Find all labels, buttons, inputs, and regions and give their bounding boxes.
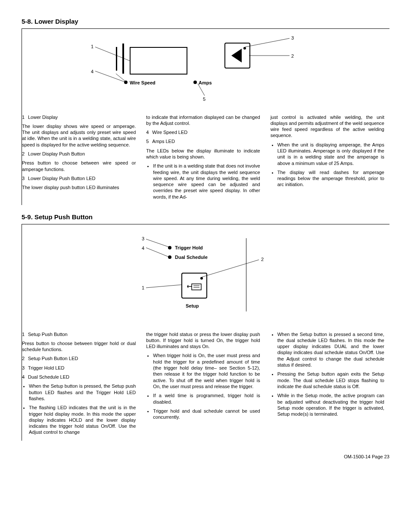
n: 2	[22, 151, 28, 157]
figure-5-8-lines	[22, 34, 345, 112]
svg-point-7	[124, 81, 128, 84]
bullet: The display will read dashes for amperag…	[277, 169, 384, 188]
bullet: If a weld time is programmed, trigger ho…	[153, 392, 260, 405]
callout-4: 4	[142, 245, 144, 251]
callout-4: 4	[91, 68, 93, 75]
setup-label: Setup	[186, 303, 199, 309]
t: Lower Display Push Button LED	[28, 176, 96, 181]
callout-3: 3	[291, 35, 294, 41]
svg-line-18	[146, 285, 181, 288]
callout-1: 1	[91, 44, 93, 50]
section-heading-5-9: 5-9. Setup Push Button	[22, 213, 389, 221]
amps-label: Amps	[199, 80, 212, 86]
bullet: When the unit is displaying amperage, th…	[277, 142, 384, 166]
callout-1: 1	[142, 285, 144, 291]
svg-line-19	[202, 260, 259, 277]
col3: just control is activated while welding,…	[271, 114, 384, 200]
text-columns-5-8: 1Lower Display The lower display shows w…	[22, 114, 389, 200]
svg-line-16	[146, 239, 168, 247]
n: 1	[22, 114, 28, 120]
para: Press button to choose between wire spee…	[22, 160, 136, 172]
text-columns-5-9: 1Setup Push Button Press button to choos…	[22, 331, 389, 436]
col1: 1Setup Push Button Press button to choos…	[22, 331, 136, 436]
bullet: The flashing LED indicates that the unit…	[29, 404, 136, 435]
dual-schedule-label: Dual Schedule	[175, 254, 208, 260]
col2: to indicate that information displayed c…	[146, 114, 260, 200]
trigger-hold-label: Trigger Hold	[175, 245, 203, 251]
t: Amps LED	[152, 139, 175, 144]
figure-box-5-9: 3 4 1 2 Trigger Hold Dual Schedule Setup…	[22, 224, 389, 441]
t: Trigger Hold LED	[28, 365, 65, 370]
t: Lower Display	[28, 115, 58, 120]
figure-5-8: 1 4 3 2 5 Wire Speed Amps	[22, 34, 389, 112]
callout-3: 3	[142, 236, 144, 242]
callout-5: 5	[203, 96, 206, 102]
n: 4	[146, 129, 152, 135]
svg-line-17	[146, 248, 168, 257]
section-heading-5-8: 5-8. Lower Display	[22, 17, 389, 26]
callout-2: 2	[291, 53, 294, 59]
bullet: If the unit is in a welding state that d…	[153, 163, 260, 200]
n: 3	[22, 365, 28, 371]
para: just control is activated while welding,…	[271, 114, 384, 139]
para: to indicate that information displayed c…	[146, 114, 260, 127]
svg-line-9	[116, 74, 127, 83]
col3: When the Setup button is pressed a secon…	[271, 331, 384, 436]
svg-line-3	[95, 71, 126, 82]
callout-2: 2	[261, 256, 264, 262]
col2: the trigger hold status or press the low…	[146, 331, 260, 436]
t: Lower Display Push Button	[28, 151, 85, 156]
n: 4	[22, 374, 28, 380]
n: 2	[22, 355, 28, 361]
n: 3	[22, 175, 28, 181]
svg-line-2	[95, 47, 130, 61]
para: The lower display push button LED illumi…	[22, 184, 136, 190]
t: Wire Speed LED	[152, 130, 187, 135]
figure-5-9: 3 4 1 2 Trigger Hold Dual Schedule Setup	[22, 230, 389, 329]
figure-box-5-8: 1 4 3 2 5 Wire Speed Amps 1Lower Display…	[22, 28, 389, 205]
t: Dual Schedule LED	[28, 374, 69, 380]
bullet: When the Setup button is pressed, the Se…	[29, 383, 136, 401]
svg-point-14	[168, 246, 171, 249]
section-5-8: 5-8. Lower Display	[22, 17, 389, 205]
bullet: When the Setup button is pressed a secon…	[277, 331, 384, 368]
para: Press button to choose between trigger h…	[22, 340, 136, 353]
page-footer: OM-1500-14 Page 23	[22, 454, 389, 460]
bullet: Trigger hold and dual schedule cannot be…	[153, 408, 260, 420]
bullet: Pressing the Setup button again exits th…	[277, 371, 384, 389]
bullet: While in the Setup mode, the active prog…	[277, 392, 384, 417]
para: The LEDs below the display illuminate to…	[146, 148, 260, 160]
wire-speed-label: Wire Speed	[130, 80, 156, 86]
svg-point-8	[193, 81, 197, 84]
svg-line-4	[245, 38, 290, 47]
n: 5	[146, 138, 152, 144]
para: the trigger hold status or press the low…	[146, 331, 260, 350]
para: The lower display shows wire speed or am…	[22, 123, 136, 148]
col1: 1Lower Display The lower display shows w…	[22, 114, 136, 200]
svg-point-15	[168, 255, 171, 259]
t: Setup Push Button LED	[28, 356, 78, 361]
section-5-9: 5-9. Setup Push Button	[22, 213, 389, 441]
n: 1	[22, 331, 28, 337]
bullet: When trigger hold is On, the user must p…	[153, 352, 260, 389]
t: Setup Push Button	[28, 332, 68, 337]
